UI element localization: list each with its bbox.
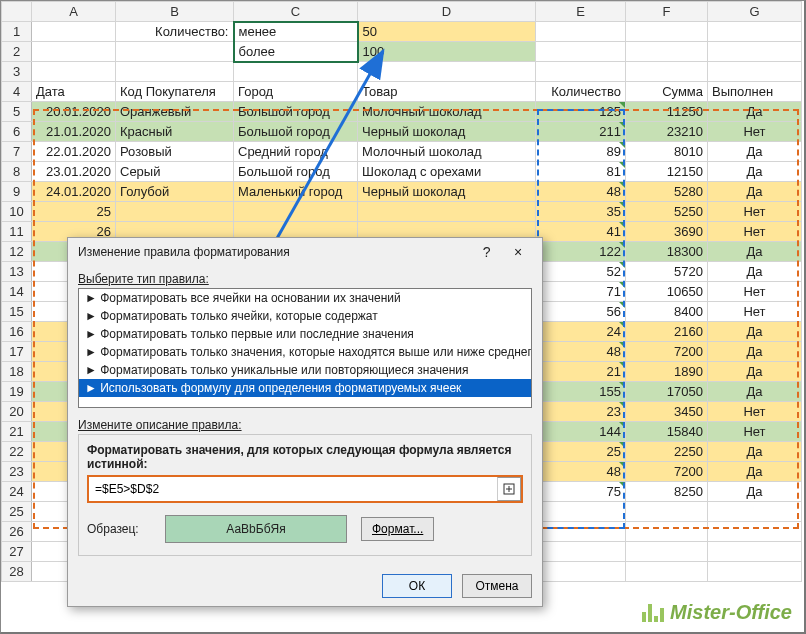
cell[interactable]: Нет [708, 222, 802, 242]
cell[interactable]: Да [708, 162, 802, 182]
row-head[interactable]: 8 [2, 162, 32, 182]
table-row[interactable]: 1025355250Нет [2, 202, 802, 222]
cell[interactable]: Нет [708, 302, 802, 322]
cell[interactable]: 25 [536, 442, 626, 462]
cell[interactable]: 8010 [626, 142, 708, 162]
row-head[interactable]: 19 [2, 382, 32, 402]
cell[interactable]: 5280 [626, 182, 708, 202]
cell[interactable]: 75 [536, 482, 626, 502]
dialog-titlebar[interactable]: Изменение правила форматирования ? × [68, 238, 542, 266]
cell[interactable]: Средний город [234, 142, 358, 162]
rule-option[interactable]: ► Форматировать только ячейки, которые с… [79, 307, 531, 325]
cell[interactable]: Шоколад с орехами [358, 162, 536, 182]
cell[interactable]: Нет [708, 202, 802, 222]
cell[interactable] [116, 42, 234, 62]
cell[interactable]: Да [708, 242, 802, 262]
cell[interactable]: Да [708, 482, 802, 502]
cell[interactable]: менее [234, 22, 358, 42]
cell[interactable]: 21.01.2020 [32, 122, 116, 142]
cell[interactable]: 24 [536, 322, 626, 342]
col-E[interactable]: E [536, 2, 626, 22]
cell[interactable]: 23.01.2020 [32, 162, 116, 182]
rule-type-list[interactable]: ► Форматировать все ячейки на основании … [78, 288, 532, 408]
rule-option[interactable]: ► Форматировать только значения, которые… [79, 343, 531, 361]
row-head[interactable]: 6 [2, 122, 32, 142]
cell[interactable]: 23 [536, 402, 626, 422]
row-3[interactable]: 3 [2, 62, 802, 82]
cell[interactable]: Молочный шоколад [358, 102, 536, 122]
range-picker-icon[interactable] [497, 477, 521, 501]
cell[interactable]: 7200 [626, 342, 708, 362]
cell[interactable]: Нет [708, 422, 802, 442]
cell[interactable]: 5720 [626, 262, 708, 282]
cell[interactable] [626, 62, 708, 82]
header-product[interactable]: Товар [358, 82, 536, 102]
cell[interactable]: 17050 [626, 382, 708, 402]
row-head[interactable]: 15 [2, 302, 32, 322]
cell[interactable] [626, 542, 708, 562]
table-row[interactable]: 520.01.2020ОранжевыйБольшой городМолочны… [2, 102, 802, 122]
row-head[interactable]: 5 [2, 102, 32, 122]
cell[interactable]: 15840 [626, 422, 708, 442]
row-head[interactable]: 18 [2, 362, 32, 382]
cell[interactable] [536, 502, 626, 522]
cell[interactable] [536, 542, 626, 562]
cell[interactable] [32, 62, 116, 82]
cell[interactable] [32, 42, 116, 62]
cell[interactable] [626, 42, 708, 62]
cell[interactable]: 5250 [626, 202, 708, 222]
row-4-headers[interactable]: 4 Дата Код Покупателя Город Товар Количе… [2, 82, 802, 102]
table-row[interactable]: 924.01.2020ГолубойМаленький городЧерный … [2, 182, 802, 202]
row-head[interactable]: 2 [2, 42, 32, 62]
rule-option[interactable]: ► Форматировать только уникальные или по… [79, 361, 531, 379]
row-head[interactable]: 1 [2, 22, 32, 42]
cell[interactable] [626, 562, 708, 582]
row-head[interactable]: 23 [2, 462, 32, 482]
col-C[interactable]: C [234, 2, 358, 22]
cell[interactable]: 1890 [626, 362, 708, 382]
cell[interactable]: 23210 [626, 122, 708, 142]
row-head[interactable]: 9 [2, 182, 32, 202]
cell[interactable]: Нет [708, 402, 802, 422]
header-sum[interactable]: Сумма [626, 82, 708, 102]
help-icon[interactable]: ? [473, 244, 501, 260]
cell[interactable]: Маленький город [234, 182, 358, 202]
formula-input[interactable] [89, 478, 497, 500]
cell[interactable]: Да [708, 322, 802, 342]
col-D[interactable]: D [358, 2, 536, 22]
cell[interactable] [708, 522, 802, 542]
col-B[interactable]: B [116, 2, 234, 22]
cell[interactable] [626, 502, 708, 522]
table-row[interactable]: 722.01.2020РозовыйСредний городМолочный … [2, 142, 802, 162]
cell[interactable]: 25 [32, 202, 116, 222]
cell[interactable]: 71 [536, 282, 626, 302]
col-F[interactable]: F [626, 2, 708, 22]
cell[interactable]: 100 [358, 42, 536, 62]
row-head[interactable]: 12 [2, 242, 32, 262]
cell[interactable]: Розовый [116, 142, 234, 162]
row-head[interactable]: 27 [2, 542, 32, 562]
header-done[interactable]: Выполнен [708, 82, 802, 102]
cell[interactable]: 56 [536, 302, 626, 322]
row-head[interactable]: 21 [2, 422, 32, 442]
row-head[interactable]: 16 [2, 322, 32, 342]
cell[interactable]: 18300 [626, 242, 708, 262]
cell[interactable]: Большой город [234, 102, 358, 122]
rule-option-selected[interactable]: ► Использовать формулу для определения ф… [79, 379, 531, 397]
cell[interactable]: 3690 [626, 222, 708, 242]
row-1[interactable]: 1 Количество: менее 50 [2, 22, 802, 42]
cell[interactable] [116, 62, 234, 82]
cell[interactable]: Большой город [234, 162, 358, 182]
cell[interactable] [358, 202, 536, 222]
cell[interactable]: 21 [536, 362, 626, 382]
row-head[interactable]: 4 [2, 82, 32, 102]
cell[interactable]: Да [708, 342, 802, 362]
cell[interactable]: 20.01.2020 [32, 102, 116, 122]
col-header-row[interactable]: A B C D E F G [2, 2, 802, 22]
cell[interactable]: Да [708, 382, 802, 402]
cell[interactable]: 7200 [626, 462, 708, 482]
cell[interactable]: 22.01.2020 [32, 142, 116, 162]
cell[interactable]: Да [708, 462, 802, 482]
format-button[interactable]: Формат... [361, 517, 434, 541]
cell[interactable]: 8400 [626, 302, 708, 322]
